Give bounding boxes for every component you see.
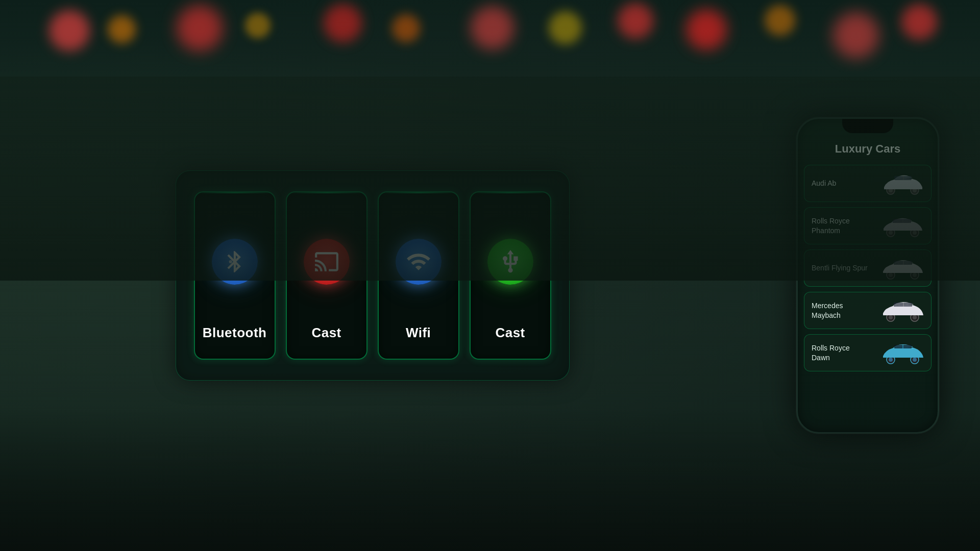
wifi-label: Wifi <box>406 325 431 341</box>
svg-point-22 <box>913 315 917 319</box>
cast-red-label: Cast <box>311 325 341 341</box>
car-name-mercedes: Mercedes Maybach <box>812 301 868 319</box>
car-item-dawn[interactable]: Rolls Royce Dawn <box>804 334 932 371</box>
scene-dash <box>0 408 980 551</box>
scene-mid <box>0 77 980 281</box>
svg-point-26 <box>889 358 893 362</box>
car-image-mercedes <box>880 296 926 324</box>
svg-rect-23 <box>894 303 912 307</box>
svg-point-28 <box>913 358 917 362</box>
car-item-mercedes[interactable]: Mercedes Maybach <box>804 292 932 329</box>
bluetooth-label: Bluetooth <box>203 325 267 341</box>
svg-point-20 <box>889 315 893 319</box>
bokeh-lights <box>0 0 980 82</box>
cast-green-label: Cast <box>495 325 525 341</box>
car-image-dawn <box>880 339 926 367</box>
car-name-dawn: Rolls Royce Dawn <box>812 343 868 362</box>
